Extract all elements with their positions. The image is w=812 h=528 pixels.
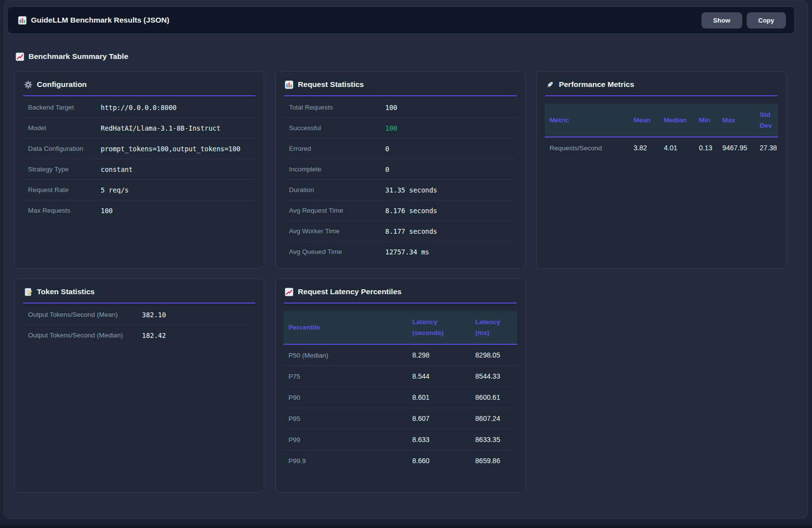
stat-row-total-requests: Total Requests 100	[284, 97, 516, 117]
cell-ms: 8600.61	[471, 387, 517, 408]
cell-seconds: 8.544	[407, 366, 470, 387]
token-row-median: Output Tokens/Second (Median) 182.42	[24, 325, 255, 345]
cell-seconds: 8.298	[407, 344, 470, 366]
configuration-card: Configuration Backend Target http://0.0.…	[14, 71, 264, 269]
row-value: 382.10	[142, 311, 166, 319]
cell-max: 9467.95	[717, 137, 755, 158]
cell-seconds: 8.633	[407, 429, 470, 450]
row-value: constant	[101, 166, 133, 173]
token-statistics-title-text: Token Statistics	[37, 287, 95, 296]
row-label: Output Tokens/Second (Median)	[28, 332, 142, 339]
divider	[23, 303, 255, 304]
table-row-p99-9: P99.9 8.660 8659.86	[283, 450, 517, 472]
row-value: RedHatAI/Llama-3.1-8B-Instruct	[101, 124, 221, 132]
col-mean: Mean	[629, 104, 659, 137]
table-row-p50: P50 (Median) 8.298 8298.05	[283, 344, 517, 366]
col-std-dev: Std Dev	[755, 104, 778, 137]
cell-mean: 3.82	[629, 137, 659, 158]
col-percentile: Percentile	[283, 311, 407, 344]
col-latency-ms: Latency (ms)	[471, 311, 517, 344]
table-header-row: Metric Mean Median Min Max Std Dev	[545, 104, 778, 137]
show-button[interactable]: Show	[701, 12, 742, 28]
cell-percentile: P99	[283, 429, 407, 450]
divider	[284, 303, 516, 304]
cell-ms: 8633.35	[471, 429, 517, 450]
copy-button[interactable]: Copy	[747, 12, 786, 28]
row-label: Request Rate	[28, 186, 101, 194]
token-statistics-rows: Output Tokens/Second (Mean) 382.10 Outpu…	[24, 305, 255, 345]
col-max: Max	[717, 104, 755, 137]
divider	[545, 95, 778, 96]
cell-seconds: 8.607	[407, 408, 470, 429]
config-row-model: Model RedHatAI/Llama-3.1-8B-Instruct	[24, 117, 255, 138]
cell-ms: 8298.05	[471, 344, 517, 366]
row-label: Successful	[289, 124, 385, 132]
row-label: Output Tokens/Second (Mean)	[28, 311, 142, 318]
cell-min: 0.13	[694, 137, 718, 158]
cell-ms: 8607.24	[471, 408, 517, 429]
divider	[23, 95, 255, 96]
row-value: 182.42	[142, 332, 166, 339]
row-label: Avg Worker Time	[289, 227, 385, 235]
cards-grid: Configuration Backend Target http://0.0.…	[14, 71, 786, 493]
stat-row-avg-queued-time: Avg Queued Time 12757.34 ms	[284, 241, 516, 262]
rocket-icon	[546, 80, 555, 89]
configuration-title-text: Configuration	[37, 80, 87, 89]
cell-std-dev: 27.38	[755, 137, 778, 158]
col-median: Median	[659, 104, 694, 137]
bar-chart-icon	[18, 16, 27, 25]
stat-row-incomplete: Incomplete 0	[284, 159, 516, 179]
cell-percentile: P90	[283, 387, 407, 408]
request-statistics-card: Request Statistics Total Requests 100 Su…	[275, 71, 525, 269]
divider	[284, 95, 516, 96]
config-row-request-rate: Request Rate 5 req/s	[24, 179, 255, 200]
cell-median: 4.01	[659, 137, 694, 158]
memo-icon	[24, 287, 32, 296]
config-row-max-requests: Max Requests 100	[24, 200, 255, 221]
config-row-backend-target: Backend Target http://0.0.0.0:8000	[24, 97, 255, 117]
line-chart-icon	[15, 52, 24, 61]
token-statistics-card-title: Token Statistics	[15, 279, 264, 303]
row-value: http://0.0.0.0:8000	[101, 104, 176, 111]
row-label: Duration	[289, 186, 385, 194]
col-min: Min	[694, 104, 718, 137]
row-value: 0	[385, 166, 389, 173]
cell-seconds: 8.660	[407, 450, 470, 472]
stat-row-avg-request-time: Avg Request Time 8.176 seconds	[284, 200, 516, 221]
row-label: Errored	[289, 145, 385, 152]
row-value: 31.35 seconds	[385, 186, 437, 194]
token-statistics-card: Token Statistics Output Tokens/Second (M…	[14, 278, 264, 493]
table-row-p75: P75 8.544 8544.33	[283, 366, 517, 387]
table-row-p90: P90 8.601 8600.61	[283, 387, 517, 408]
configuration-card-title: Configuration	[15, 72, 264, 95]
row-label: Model	[28, 124, 101, 132]
row-value: 0	[385, 145, 389, 153]
request-statistics-rows: Total Requests 100 Successful 100 Errore…	[284, 97, 516, 262]
request-statistics-card-title: Request Statistics	[276, 72, 525, 95]
bottom-strip	[0, 525, 812, 528]
table-header-row: Percentile Latency (seconds) Latency (ms…	[283, 311, 517, 344]
token-row-mean: Output Tokens/Second (Mean) 382.10	[24, 305, 255, 325]
performance-metrics-card-title: Performance Metrics	[537, 72, 786, 95]
cell-percentile: P95	[283, 408, 407, 429]
cell-metric: Requests/Second	[545, 137, 629, 158]
cell-ms: 8659.86	[471, 450, 517, 472]
row-value: 100	[385, 104, 397, 111]
configuration-rows: Backend Target http://0.0.0.0:8000 Model…	[24, 97, 255, 221]
row-value: 100	[101, 207, 112, 215]
row-label: Avg Request Time	[289, 207, 385, 214]
row-label: Total Requests	[289, 104, 385, 111]
cell-ms: 8544.33	[471, 366, 517, 387]
row-value: 8.176 seconds	[385, 207, 437, 215]
latency-percentiles-title-text: Request Latency Percentiles	[298, 287, 401, 296]
cell-percentile: P50 (Median)	[283, 344, 407, 366]
section-heading: Benchmark Summary Table	[15, 52, 808, 61]
header-bar: GuideLLM Benchmark Results (JSON) Show C…	[7, 6, 795, 34]
table-row-p95: P95 8.607 8607.24	[283, 408, 517, 429]
col-metric: Metric	[545, 104, 629, 137]
config-row-data-configuration: Data Configuration prompt_tokens=100,out…	[24, 138, 255, 159]
line-chart-icon	[284, 287, 293, 296]
row-label: Incomplete	[289, 166, 385, 173]
stat-row-errored: Errored 0	[284, 138, 516, 159]
row-label: Backend Target	[28, 104, 101, 111]
